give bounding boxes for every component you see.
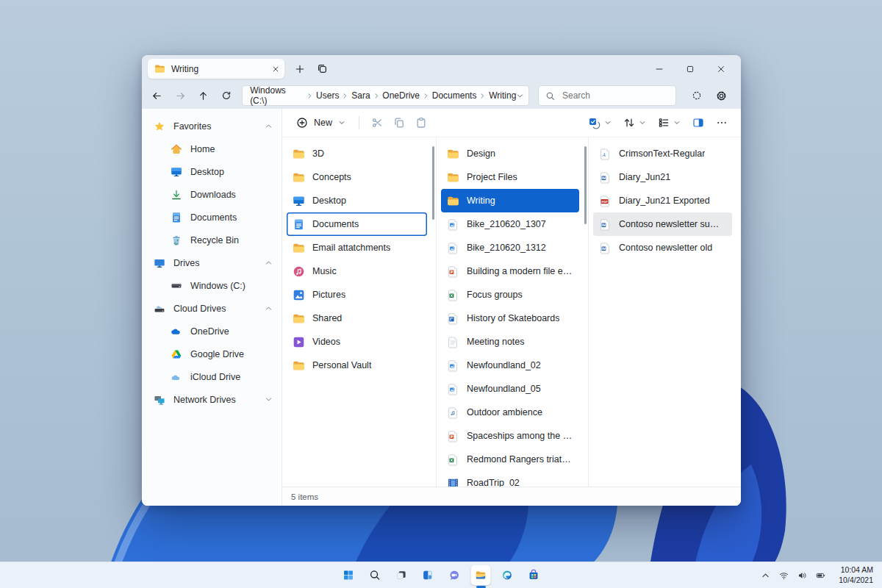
list-item[interactable]: Meeting notes bbox=[441, 330, 579, 354]
copy-button[interactable] bbox=[388, 112, 410, 134]
breadcrumb-segment[interactable]: Users bbox=[316, 90, 339, 101]
list-item[interactable]: W Diary_Jun21 bbox=[593, 165, 732, 189]
new-button[interactable]: New bbox=[290, 112, 352, 134]
minimize-button[interactable] bbox=[644, 58, 675, 80]
tray-button[interactable] bbox=[811, 566, 830, 584]
list-item[interactable]: Concepts bbox=[287, 165, 427, 189]
sidebar-item[interactable]: Home bbox=[142, 137, 282, 160]
list-item[interactable]: Email attatchments bbox=[287, 236, 427, 259]
sidebar-group-drives[interactable]: Drives bbox=[142, 251, 282, 274]
forward-button[interactable] bbox=[170, 85, 192, 107]
see-more-button[interactable] bbox=[711, 112, 732, 134]
search-box[interactable] bbox=[538, 85, 676, 106]
back-button[interactable] bbox=[146, 85, 168, 107]
sidebar-item[interactable]: Downloads bbox=[142, 183, 282, 206]
list-item[interactable]: Desktop bbox=[287, 189, 427, 212]
tray-button[interactable] bbox=[775, 566, 793, 584]
sidebar-group-cloud-drives[interactable]: Cloud Drives bbox=[142, 297, 282, 320]
tab-close-button[interactable] bbox=[272, 65, 279, 73]
list-item[interactable]: Pictures bbox=[287, 283, 427, 306]
sidebar-item[interactable]: Desktop bbox=[142, 160, 282, 183]
taskbar-app-button[interactable] bbox=[524, 565, 544, 585]
up-button[interactable] bbox=[193, 85, 215, 107]
sidebar-item[interactable]: OneDrive bbox=[142, 320, 282, 343]
search-input[interactable] bbox=[561, 90, 652, 101]
chevron-down-icon[interactable] bbox=[265, 395, 273, 404]
taskbar-app-button[interactable] bbox=[471, 565, 491, 585]
desktop-icon bbox=[293, 195, 305, 207]
tab-writing[interactable]: Writing bbox=[148, 59, 284, 79]
list-item[interactable]: PDF Diary_Jun21 Exported bbox=[593, 189, 732, 212]
list-item[interactable]: Music bbox=[287, 259, 427, 283]
list-item[interactable]: P Building a modern file explor... bbox=[441, 259, 579, 283]
sidebar-item[interactable]: iCloud Drive bbox=[142, 365, 282, 388]
list-item[interactable]: Outdoor ambience bbox=[441, 401, 579, 424]
clock[interactable]: 10:04 AM 10/4/2021 bbox=[834, 565, 878, 585]
list-item-label: Spaceships among the stars bbox=[467, 431, 573, 441]
taskbar-app-button[interactable] bbox=[498, 565, 517, 585]
chevron-down-icon[interactable] bbox=[516, 92, 524, 100]
taskbar-app-button[interactable] bbox=[365, 565, 385, 585]
tab-list-button[interactable] bbox=[317, 63, 328, 74]
list-item[interactable]: A CrimsonText-Regular bbox=[593, 142, 732, 165]
list-item[interactable]: Writing bbox=[441, 189, 579, 212]
address-breadcrumb[interactable]: Windows (C:\) Users Sara OneDrive Docume… bbox=[242, 85, 529, 106]
scrollbar-thumb[interactable] bbox=[584, 146, 587, 224]
breadcrumb-segment[interactable]: Documents bbox=[432, 90, 477, 101]
taskbar-app-button[interactable] bbox=[392, 565, 412, 585]
view-button[interactable] bbox=[653, 112, 685, 134]
list-item[interactable]: Bike_210620_1307 bbox=[441, 212, 579, 236]
sort-button[interactable] bbox=[619, 112, 650, 134]
list-item[interactable]: Newfoundland_05 bbox=[441, 377, 579, 401]
list-item-label: Diary_Jun21 bbox=[619, 172, 670, 182]
taskbar-app-button[interactable] bbox=[339, 565, 359, 585]
list-item[interactable]: RoadTrip_02 bbox=[441, 471, 579, 487]
list-item[interactable]: X Redmond Rangers triathalon bbox=[441, 448, 579, 471]
chevron-right-icon bbox=[423, 93, 429, 99]
maximize-button[interactable] bbox=[675, 58, 706, 80]
new-tab-button[interactable] bbox=[295, 64, 305, 74]
chevron-up-icon[interactable] bbox=[265, 304, 273, 312]
list-item[interactable]: Shared bbox=[287, 306, 427, 330]
list-item[interactable]: Personal Vault bbox=[287, 354, 427, 377]
breadcrumb-segment[interactable]: Writing bbox=[489, 90, 516, 101]
list-item[interactable]: P Spaceships among the stars bbox=[441, 424, 579, 448]
list-item[interactable]: History of Skateboards bbox=[441, 306, 579, 330]
paste-button[interactable] bbox=[410, 112, 432, 134]
settings-button[interactable] bbox=[711, 85, 732, 107]
sidebar-item[interactable]: Windows (C:) bbox=[142, 274, 282, 297]
list-item[interactable]: X Focus groups bbox=[441, 283, 579, 306]
breadcrumb-segment[interactable]: OneDrive bbox=[382, 90, 420, 101]
tray-button[interactable] bbox=[756, 566, 775, 584]
list-item[interactable]: Bike_210620_1312 bbox=[441, 236, 579, 259]
sidebar-item[interactable]: Documents bbox=[142, 206, 282, 229]
sidebar-item[interactable]: Recycle Bin bbox=[142, 229, 282, 251]
cut-button[interactable] bbox=[366, 112, 388, 134]
taskbar-app-button[interactable] bbox=[445, 565, 465, 585]
chevron-right-icon bbox=[306, 93, 313, 99]
sidebar-group-favorites[interactable]: Favorites bbox=[142, 115, 282, 137]
refresh-button[interactable] bbox=[216, 85, 238, 107]
list-item[interactable]: Project Files bbox=[441, 165, 579, 189]
breadcrumb-segment[interactable]: Sara bbox=[351, 90, 370, 101]
chevron-up-icon[interactable] bbox=[265, 122, 273, 130]
list-item[interactable]: W Contoso newsletter old bbox=[593, 236, 732, 259]
breadcrumb-segment[interactable]: Windows (C:\) bbox=[250, 85, 304, 106]
taskbar-app-button[interactable] bbox=[418, 565, 438, 585]
chevron-up-icon[interactable] bbox=[265, 259, 273, 267]
close-button[interactable] bbox=[706, 58, 736, 80]
sync-status-button[interactable] bbox=[686, 85, 707, 107]
list-item[interactable]: Documents bbox=[287, 212, 427, 236]
scrollbar-thumb[interactable] bbox=[432, 146, 434, 220]
list-item[interactable]: 3D bbox=[287, 142, 427, 165]
list-item[interactable]: Videos bbox=[287, 330, 427, 354]
multiselect-button[interactable] bbox=[584, 112, 616, 134]
details-pane-button[interactable] bbox=[688, 112, 709, 134]
sidebar-group-network-drives[interactable]: Network Drives bbox=[142, 388, 282, 411]
tray-button[interactable] bbox=[793, 566, 811, 584]
desktop[interactable]: Writing Windows (C:\) Users bbox=[0, 0, 882, 588]
list-item[interactable]: W Contoso newsletter summe... bbox=[593, 212, 732, 236]
list-item[interactable]: Newfoundland_02 bbox=[441, 354, 579, 377]
list-item[interactable]: Design bbox=[441, 142, 579, 165]
sidebar-item[interactable]: Google Drive bbox=[142, 343, 282, 365]
